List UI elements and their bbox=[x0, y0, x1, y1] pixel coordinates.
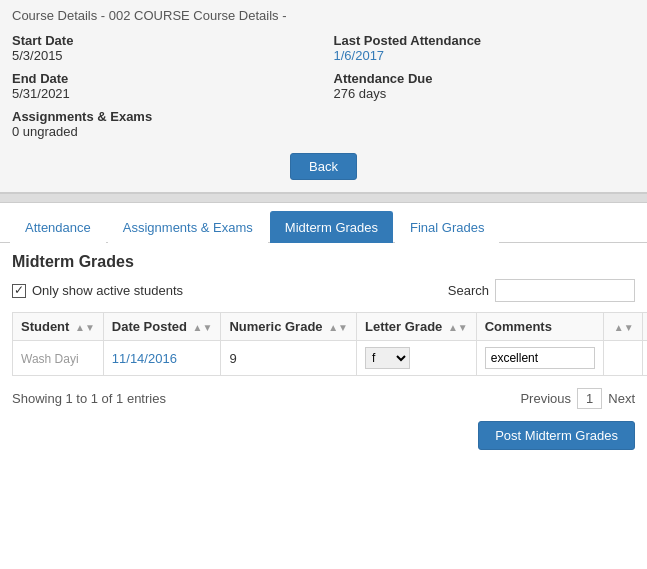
current-page: 1 bbox=[577, 388, 602, 409]
course-title: Course Details - 002 COURSE Course Detai… bbox=[12, 8, 635, 23]
date-posted-cell: 11/14/2016 bbox=[103, 341, 221, 376]
bottom-row: Showing 1 to 1 of 1 entries Previous 1 N… bbox=[12, 384, 635, 413]
end-date-item: End Date 5/31/2021 bbox=[12, 71, 314, 101]
post-midterm-grades-button[interactable]: Post Midterm Grades bbox=[478, 421, 635, 450]
assignments-value: 0 ungraded bbox=[12, 124, 78, 139]
last-posted-value: 1/6/2017 bbox=[334, 48, 385, 63]
table-row: Wash Dayi 11/14/2016 9 f A B C D bbox=[13, 341, 648, 376]
pagination: Previous 1 Next bbox=[520, 388, 635, 409]
th-letter-grade: Letter Grade ▲▼ bbox=[357, 313, 477, 341]
numeric-grade-cell: 9 bbox=[221, 341, 357, 376]
letter-grade-cell: f A B C D bbox=[357, 341, 477, 376]
tab-assignments-exams[interactable]: Assignments & Exams bbox=[108, 211, 268, 243]
assignments-section: Assignments & Exams 0 ungraded bbox=[12, 109, 635, 139]
active-students-checkbox[interactable] bbox=[12, 284, 26, 298]
post-btn-row: Post Midterm Grades bbox=[12, 421, 635, 450]
filter-row: Only show active students Search bbox=[12, 279, 635, 302]
grades-table: Student ▲▼ Date Posted ▲▼ Numeric Grade … bbox=[12, 312, 647, 376]
main-content: Midterm Grades Only show active students… bbox=[0, 243, 647, 460]
filter-left: Only show active students bbox=[12, 283, 183, 298]
tab-midterm-grades[interactable]: Midterm Grades bbox=[270, 211, 393, 243]
showing-text: Showing 1 to 1 of 1 entries bbox=[12, 391, 166, 406]
letter-grade-select[interactable]: f A B C D bbox=[365, 347, 410, 369]
date-posted-value: 11/14/2016 bbox=[112, 351, 177, 366]
midterm-grades-title: Midterm Grades bbox=[12, 253, 635, 271]
attendance-due-value: 276 days bbox=[334, 86, 387, 101]
date-sort-icon[interactable]: ▲▼ bbox=[193, 322, 213, 333]
end-date-value: 5/31/2021 bbox=[12, 86, 70, 101]
previous-button[interactable]: Previous bbox=[520, 391, 571, 406]
table-header-row: Student ▲▼ Date Posted ▲▼ Numeric Grade … bbox=[13, 313, 648, 341]
back-btn-row: Back bbox=[12, 153, 635, 180]
start-date-label: Start Date bbox=[12, 33, 314, 48]
col6-sort-icon[interactable]: ▲▼ bbox=[614, 322, 634, 333]
letter-grade-wrap: f A B C D bbox=[365, 347, 468, 369]
tabs-bar: Attendance Assignments & Exams Midterm G… bbox=[0, 211, 647, 243]
active-students-label: Only show active students bbox=[32, 283, 183, 298]
section-divider bbox=[0, 193, 647, 203]
numeric-sort-icon[interactable]: ▲▼ bbox=[328, 322, 348, 333]
search-label: Search bbox=[448, 283, 489, 298]
action-cell-1 bbox=[603, 341, 642, 376]
student-cell: Wash Dayi bbox=[13, 341, 104, 376]
course-details-section: Course Details - 002 COURSE Course Detai… bbox=[0, 0, 647, 193]
tab-final-grades[interactable]: Final Grades bbox=[395, 211, 499, 243]
tab-attendance[interactable]: Attendance bbox=[10, 211, 106, 243]
start-date-value: 5/3/2015 bbox=[12, 48, 63, 63]
search-input[interactable] bbox=[495, 279, 635, 302]
end-date-label: End Date bbox=[12, 71, 314, 86]
comments-cell bbox=[476, 341, 603, 376]
assignments-label: Assignments & Exams bbox=[12, 109, 635, 124]
filter-right: Search bbox=[448, 279, 635, 302]
comments-input[interactable] bbox=[485, 347, 595, 369]
last-posted-item: Last Posted Attendance 1/6/2017 bbox=[334, 33, 636, 63]
th-comments: Comments bbox=[476, 313, 603, 341]
attendance-due-item: Attendance Due 276 days bbox=[334, 71, 636, 101]
th-student: Student ▲▼ bbox=[13, 313, 104, 341]
course-details-grid: Start Date 5/3/2015 Last Posted Attendan… bbox=[12, 33, 635, 101]
th-date-posted: Date Posted ▲▼ bbox=[103, 313, 221, 341]
letter-sort-icon[interactable]: ▲▼ bbox=[448, 322, 468, 333]
student-name: Wash Dayi bbox=[21, 352, 79, 366]
th-col6: ▲▼ bbox=[603, 313, 642, 341]
student-sort-icon[interactable]: ▲▼ bbox=[75, 322, 95, 333]
th-numeric-grade: Numeric Grade ▲▼ bbox=[221, 313, 357, 341]
th-col7: ▲▼ bbox=[642, 313, 647, 341]
action-cell-2 bbox=[642, 341, 647, 376]
last-posted-label: Last Posted Attendance bbox=[334, 33, 636, 48]
next-button[interactable]: Next bbox=[608, 391, 635, 406]
start-date-item: Start Date 5/3/2015 bbox=[12, 33, 314, 63]
attendance-due-label: Attendance Due bbox=[334, 71, 636, 86]
back-button[interactable]: Back bbox=[290, 153, 357, 180]
